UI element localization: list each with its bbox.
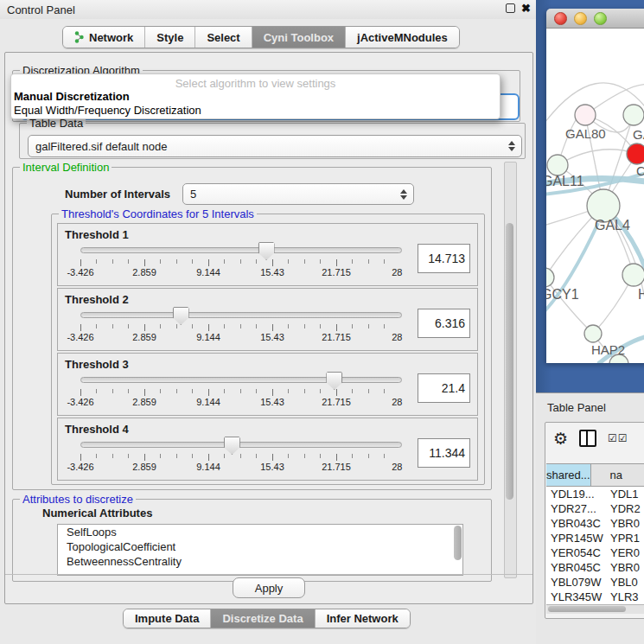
node-gal80[interactable]	[575, 105, 596, 125]
table-data-group: Table Data galFiltered.sif default node	[19, 123, 526, 159]
node-label: HAP2	[591, 342, 625, 357]
table-row[interactable]: YPR145WYPR1	[546, 531, 644, 545]
node-label: GCY1	[546, 287, 579, 302]
threshold-2-slider[interactable]: -3.426 2.859 9.144 15.43 21.715 28	[80, 306, 400, 344]
node-label: GAL4	[595, 218, 630, 233]
table-row[interactable]: YBR045CYBR0	[546, 560, 644, 575]
list-item[interactable]: SelfLoops	[58, 525, 462, 539]
slider-thumb[interactable]	[258, 242, 275, 260]
threshold-1-panel: Threshold 1 -3.426 2.859 9.144 15.43	[57, 223, 478, 286]
slider-scale-labels: -3.426 2.859 9.144 15.43 21.715 28	[80, 397, 400, 408]
tab-discretize-data[interactable]: Discretize Data	[211, 609, 315, 628]
table-row[interactable]: YBR043CYBR0	[546, 516, 644, 531]
list-item[interactable]: BetweennessCentrality	[58, 554, 462, 569]
slider-track[interactable]	[80, 312, 402, 318]
table-row[interactable]: YDL19...YDL1	[546, 487, 644, 501]
node-label: C	[636, 163, 644, 178]
threshold-3-value-field[interactable]: 21.4	[418, 373, 470, 403]
table-scrollbar-thumb[interactable]	[548, 606, 626, 612]
select-columns-icon[interactable]: ☑☑	[608, 432, 628, 444]
group-title: Threshold's Coordinates for 5 Intervals	[59, 207, 257, 220]
threshold-4-value-field[interactable]: 11.344	[418, 438, 470, 468]
node-upper-right[interactable]	[623, 105, 644, 125]
threshold-1-value-field[interactable]: 14.713	[418, 244, 470, 273]
close-traffic-icon[interactable]	[554, 12, 567, 25]
slider-thumb[interactable]	[224, 437, 240, 455]
slider-track[interactable]	[80, 377, 402, 383]
node-gcy1[interactable]	[546, 268, 554, 287]
table-panel-title: Table Panel	[536, 393, 644, 414]
network-canvas[interactable]: GAL80 GA C GAL11 GAL4 GCY1 H HAP2	[546, 29, 644, 363]
network-window[interactable]: GAL80 GA C GAL11 GAL4 GCY1 H HAP2	[546, 9, 644, 363]
column-header-shared-name[interactable]: shared...	[546, 464, 591, 486]
node-label: GAL80	[565, 126, 606, 141]
table-panel: Table Panel ⚙ ☑☑ shared... na YDL19...YD…	[536, 392, 644, 644]
top-tab-bar: Network Style Select Cyni Toolbox jActiv…	[62, 26, 460, 48]
numerical-attributes-list[interactable]: SelfLoops TopologicalCoefficient Between…	[57, 524, 463, 576]
cyni-toolbox-panel: Discretization Algorithm Table Data galF…	[4, 52, 533, 604]
tab-network[interactable]: Network	[63, 27, 145, 48]
network-window-titlebar	[546, 9, 644, 29]
tab-jactivemnodules[interactable]: jActiveMNodules	[346, 27, 459, 48]
tab-select[interactable]: Select	[195, 27, 252, 48]
node-label: H	[638, 287, 644, 302]
tab-cyni-toolbox[interactable]: Cyni Toolbox	[252, 27, 346, 48]
threshold-3-slider[interactable]: -3.426 2.859 9.144 15.43 21.715 28	[80, 371, 400, 409]
node-h[interactable]	[622, 264, 644, 286]
panel-scrollbar[interactable]	[504, 162, 517, 578]
tab-style[interactable]: Style	[145, 27, 195, 48]
bottom-tab-bar: Impute Data Discretize Data Infer Networ…	[123, 609, 411, 628]
close-icon[interactable]: ✖	[521, 3, 531, 14]
combo-spinner-icon	[508, 141, 515, 151]
float-window-icon[interactable]	[506, 3, 515, 13]
node-label: GA	[633, 127, 644, 142]
table-data-combobox[interactable]: galFiltered.sif default node	[28, 135, 522, 157]
node-gal11[interactable]	[547, 155, 568, 175]
table-row[interactable]: YDR27...YDR2	[546, 501, 644, 516]
list-scrollbar[interactable]	[454, 526, 462, 560]
thresholds-group: Threshold's Coordinates for 5 Intervals …	[51, 214, 485, 485]
group-title: Interval Definition	[20, 161, 112, 174]
network-graph: GAL80 GA C GAL11 GAL4 GCY1 H HAP2	[546, 29, 644, 363]
zoom-traffic-icon[interactable]	[594, 12, 607, 25]
table-header-row: shared... na	[546, 463, 644, 487]
table-horizontal-scrollbar[interactable]	[546, 604, 644, 614]
combo-spinner-icon	[400, 189, 407, 200]
number-of-intervals-combobox[interactable]: 5	[182, 183, 414, 205]
table-row[interactable]: YBL079WYBL0	[546, 575, 644, 590]
slider-ticks	[80, 389, 400, 396]
slider-scale-labels: -3.426 2.859 9.144 15.43 21.715 28	[80, 332, 400, 343]
table-row[interactable]: YLR345WYLR3	[546, 590, 644, 604]
apply-row: Apply	[5, 574, 532, 601]
table-panel-box: ⚙ ☑☑ shared... na YDL19...YDL1 YDR27...Y…	[545, 422, 644, 619]
dropdown-item-equal-width-frequency[interactable]: Equal Width/Frequency Discretization	[11, 104, 500, 118]
node-hap2[interactable]	[584, 325, 602, 342]
slider-track[interactable]	[80, 442, 402, 448]
minimize-traffic-icon[interactable]	[574, 12, 587, 25]
table-row[interactable]: YER054CYER0	[546, 545, 644, 560]
slider-ticks	[80, 259, 400, 266]
slider-ticks	[80, 454, 400, 461]
threshold-4-slider[interactable]: -3.426 2.859 9.144 15.43 21.715 28	[80, 436, 400, 474]
control-panel-titlebar: Control Panel ✖	[0, 0, 536, 19]
list-item[interactable]: TopologicalCoefficient	[58, 539, 462, 554]
threshold-1-slider[interactable]: -3.426 2.859 9.144 15.43 21.715 28	[80, 241, 400, 279]
gear-icon[interactable]: ⚙	[553, 430, 568, 447]
control-panel: Control Panel ✖ Network Style Select Cyn…	[0, 0, 536, 644]
threshold-4-panel: Threshold 4 -3.426 2.859 9.144 15.43	[57, 418, 478, 481]
slider-thumb[interactable]	[173, 307, 189, 325]
split-columns-icon[interactable]	[579, 430, 596, 447]
column-header-name[interactable]: na	[591, 464, 644, 486]
node-attribute-table[interactable]: shared... na YDL19...YDL1 YDR27...YDR2 Y…	[546, 463, 644, 609]
tab-impute-data[interactable]: Impute Data	[124, 609, 211, 628]
tab-infer-network[interactable]: Infer Network	[316, 609, 410, 628]
slider-thumb[interactable]	[326, 372, 342, 390]
apply-button[interactable]: Apply	[233, 577, 305, 598]
dropdown-item-manual-discretization[interactable]: Manual Discretization	[11, 90, 500, 104]
threshold-2-value-field[interactable]: 6.316	[418, 309, 470, 338]
panel-scrollbar-thumb[interactable]	[506, 223, 513, 500]
threshold-3-panel: Threshold 3 -3.426 2.859 9.144 15.43	[57, 353, 478, 416]
numerical-attributes-label: Numerical Attributes	[42, 507, 152, 520]
slider-track[interactable]	[80, 247, 402, 253]
node-red-selected[interactable]	[627, 143, 644, 164]
